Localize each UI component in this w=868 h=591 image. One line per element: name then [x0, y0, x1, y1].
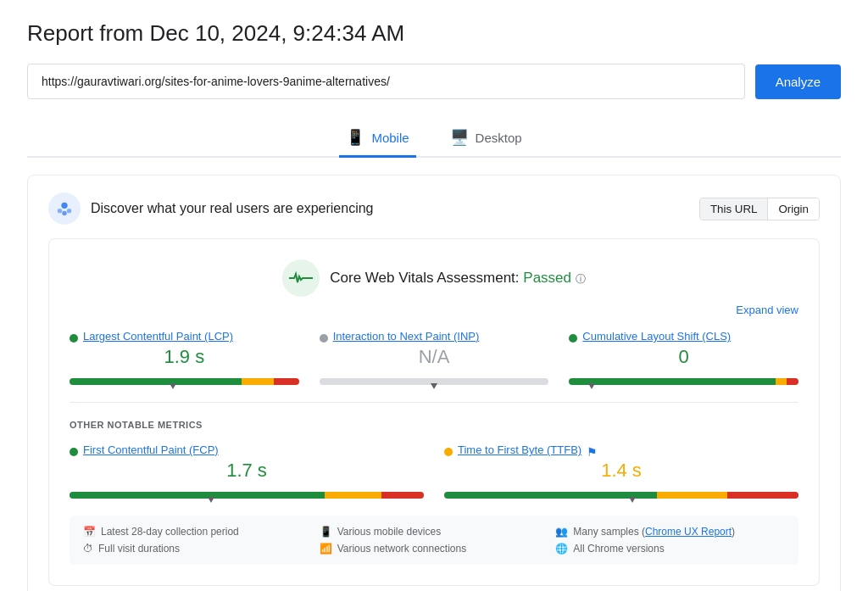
mobile-devices-item: 📱 Various mobile devices	[320, 526, 549, 538]
lcp-bar-green	[70, 378, 242, 385]
collection-period-item: 📅 Latest 28-day collection period	[83, 526, 313, 538]
ttfb-link-icon[interactable]: ⚑	[587, 445, 598, 459]
fcp-bar-wrapper	[70, 492, 424, 499]
cls-bar-wrapper	[569, 378, 798, 385]
fcp-label[interactable]: First Contentful Paint (FCP)	[83, 443, 219, 456]
cls-bar-red	[787, 378, 798, 385]
metric-inp: Interaction to Next Paint (INP) N/A	[320, 330, 549, 385]
report-title: Report from Dec 10, 2024, 9:24:34 AM	[27, 20, 841, 47]
assessment-value: Passed	[523, 270, 571, 286]
cls-dot	[569, 334, 577, 343]
vitals-header: Core Web Vitals Assessment: Passed ⓘ	[70, 259, 798, 297]
url-input[interactable]	[27, 64, 745, 99]
core-metrics-grid: Largest Contentful Paint (LCP) 1.9 s Int…	[70, 330, 798, 385]
url-bar: Analyze	[27, 64, 841, 99]
footer-col1: 📅 Latest 28-day collection period ⏱ Full…	[83, 526, 313, 555]
this-url-button[interactable]: This URL	[700, 198, 768, 220]
visit-duration-item: ⏱ Full visit durations	[83, 543, 313, 555]
lcp-value: 1.9 s	[70, 346, 299, 368]
inp-dot	[320, 334, 328, 343]
metric-fcp: First Contentful Paint (FCP) 1.7 s	[70, 443, 424, 499]
lcp-bar-red	[274, 378, 299, 385]
lcp-bar-orange	[242, 378, 274, 385]
ttfb-bar-green	[444, 492, 657, 499]
url-origin-toggle: This URL Origin	[699, 198, 820, 220]
footer-info: 📅 Latest 28-day collection period ⏱ Full…	[70, 516, 798, 565]
fcp-bar-green	[70, 492, 325, 499]
assessment-label: Core Web Vitals Assessment:	[330, 270, 519, 286]
cls-bar-green	[569, 378, 776, 385]
lcp-label[interactable]: Largest Contentful Paint (LCP)	[83, 330, 233, 343]
ttfb-bar-red	[727, 492, 798, 499]
samples-item: 👥 Many samples (Chrome UX Report)	[555, 526, 785, 538]
lcp-marker	[170, 383, 176, 390]
ttfb-bar	[444, 492, 798, 499]
lcp-bar-wrapper	[70, 378, 299, 385]
crux-section: Discover what your real users are experi…	[27, 175, 841, 591]
fcp-bar-red	[381, 492, 424, 499]
tab-mobile-label: Mobile	[371, 131, 409, 145]
collection-period-text: Latest 28-day collection period	[101, 526, 239, 538]
pulse-icon	[282, 259, 320, 297]
crux-title: Discover what your real users are experi…	[91, 201, 373, 216]
chrome-versions-item: 🌐 All Chrome versions	[555, 543, 785, 555]
lcp-bar	[70, 378, 299, 385]
cls-bar-orange	[776, 378, 787, 385]
fcp-marker	[208, 497, 214, 504]
svg-point-1	[58, 209, 63, 214]
ttfb-value: 1.4 s	[444, 460, 798, 482]
fcp-dot	[70, 448, 78, 456]
footer-col3: 👥 Many samples (Chrome UX Report) 🌐 All …	[555, 526, 785, 555]
network-icon: 📶	[320, 543, 332, 555]
tab-desktop[interactable]: 🖥️ Desktop	[443, 120, 529, 158]
metric-lcp: Largest Contentful Paint (LCP) 1.9 s	[70, 330, 299, 385]
expand-view-button[interactable]: Expand view	[70, 304, 798, 316]
cls-marker	[588, 383, 595, 390]
vitals-assessment: Core Web Vitals Assessment: Passed ⓘ	[330, 270, 585, 287]
calendar-icon: 📅	[83, 526, 96, 538]
timer-icon: ⏱	[83, 543, 93, 555]
vitals-card: Core Web Vitals Assessment: Passed ⓘ Exp…	[48, 238, 820, 586]
fcp-bar	[70, 492, 424, 499]
tab-mobile[interactable]: 📱 Mobile	[339, 120, 415, 158]
svg-point-2	[67, 209, 72, 214]
notable-metrics-label: OTHER NOTABLE METRICS	[70, 420, 798, 430]
network-item: 📶 Various network connections	[320, 543, 549, 555]
mobile-devices-icon: 📱	[320, 526, 332, 538]
ttfb-bar-wrapper	[444, 492, 798, 499]
footer-col2: 📱 Various mobile devices 📶 Various netwo…	[320, 526, 549, 555]
mobile-icon: 📱	[346, 128, 364, 147]
notable-metrics-grid: First Contentful Paint (FCP) 1.7 s Time …	[70, 443, 798, 499]
cls-bar	[569, 378, 798, 385]
visit-duration-text: Full visit durations	[98, 543, 180, 555]
ttfb-label[interactable]: Time to First Byte (TTFB)	[458, 443, 581, 456]
chrome-versions-text: All Chrome versions	[573, 543, 664, 555]
crux-report-link[interactable]: Chrome UX Report	[645, 526, 732, 538]
inp-label[interactable]: Interaction to Next Paint (INP)	[333, 330, 480, 343]
metric-ttfb: Time to First Byte (TTFB) ⚑ 1.4 s	[444, 443, 798, 499]
ttfb-marker	[629, 497, 636, 504]
assessment-info-icon[interactable]: ⓘ	[576, 273, 586, 285]
ttfb-dot	[444, 448, 453, 456]
inp-bar-wrapper	[320, 378, 549, 385]
tab-bar: 📱 Mobile 🖥️ Desktop	[27, 120, 841, 158]
cls-value: 0	[569, 346, 798, 368]
network-text: Various network connections	[337, 543, 467, 555]
crux-icon	[48, 192, 81, 225]
analyze-button[interactable]: Analyze	[755, 64, 841, 99]
samples-icon: 👥	[555, 526, 568, 538]
origin-button[interactable]: Origin	[768, 198, 819, 220]
lcp-dot	[70, 334, 78, 343]
fcp-value: 1.7 s	[70, 460, 424, 482]
ttfb-bar-orange	[657, 492, 728, 499]
tab-desktop-label: Desktop	[476, 131, 522, 145]
metric-cls: Cumulative Layout Shift (CLS) 0	[569, 330, 798, 385]
svg-point-3	[62, 211, 67, 216]
cls-label[interactable]: Cumulative Layout Shift (CLS)	[582, 330, 731, 343]
svg-point-0	[61, 203, 67, 209]
metrics-divider	[70, 402, 798, 403]
desktop-icon: 🖥️	[450, 128, 469, 147]
fcp-bar-orange	[325, 492, 381, 499]
samples-text: Many samples (Chrome UX Report)	[573, 526, 735, 538]
chrome-icon: 🌐	[555, 543, 568, 555]
